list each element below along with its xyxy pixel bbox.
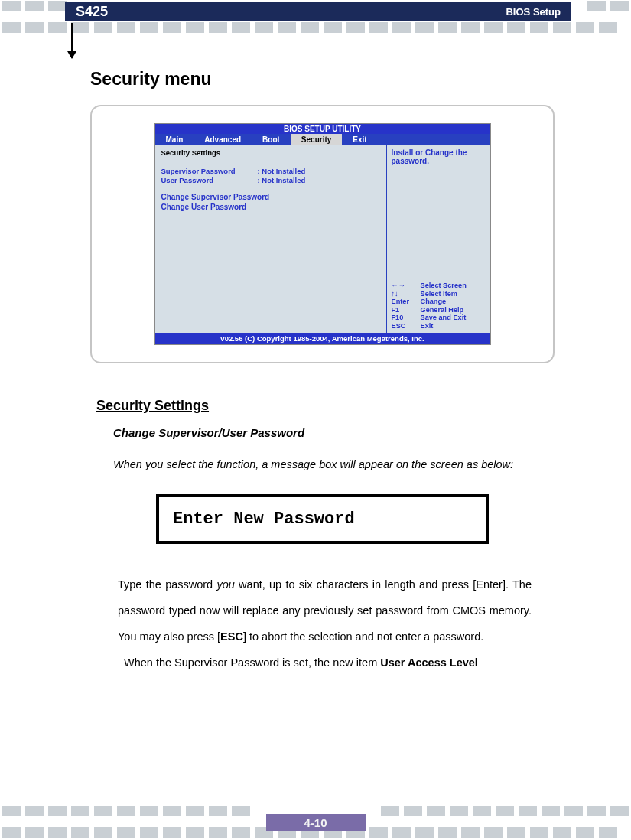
bios-action: Exit [421, 322, 434, 330]
bios-link-change-user[interactable]: Change User Password [161, 203, 380, 211]
bios-row-value: : Not Installed [258, 176, 306, 184]
bios-key: Enter [392, 298, 416, 305]
bios-action: Change [421, 298, 447, 305]
model-label: S425 [76, 4, 108, 20]
bios-row-label: Supervisor Password [161, 167, 253, 175]
bios-footer: v02.56 (C) Copyright 1985-2004, American… [155, 333, 490, 344]
bios-tab-advanced[interactable]: Advanced [194, 134, 252, 145]
bios-tab-bar: Main Advanced Boot Security Exit [155, 134, 490, 145]
bios-tab-security[interactable]: Security [291, 134, 342, 145]
enter-password-box: Enter New Password [156, 494, 489, 544]
bios-tab-exit[interactable]: Exit [342, 134, 377, 145]
bios-key: ←→ [392, 282, 416, 289]
bios-right-panel: Install or Change the password. ←→Select… [387, 145, 490, 333]
bios-action: Select Item [421, 290, 458, 298]
arrow-down-icon [71, 23, 73, 58]
bios-key: F10 [392, 314, 416, 321]
page-title: Security menu [90, 69, 555, 90]
section-heading-security-settings: Security Settings [96, 398, 555, 414]
subsection-heading-change-password: Change Supervisor/User Password [113, 426, 555, 439]
bios-title-bar: BIOS SETUP UTILITY [155, 124, 490, 134]
bios-action: General Help [421, 306, 464, 314]
bios-tab-main[interactable]: Main [155, 134, 194, 145]
bios-row-supervisor: Supervisor Password : Not Installed [161, 167, 380, 175]
page-number: 4-10 [266, 814, 366, 831]
bios-setup-screen: BIOS SETUP UTILITY Main Advanced Boot Se… [154, 123, 491, 345]
body-paragraph-2: When the Supervisor Password is set, the… [124, 650, 532, 676]
bios-row-user: User Password : Not Installed [161, 176, 380, 184]
bios-action: Save and Exit [421, 314, 467, 321]
bios-section-title: Security Settings [161, 148, 380, 157]
bios-key: ESC [392, 322, 416, 330]
bios-help-text: Install or Change the password. [392, 148, 486, 165]
bios-action: Select Screen [421, 282, 467, 289]
bios-key: F1 [392, 306, 416, 314]
bios-nav-help: ←→Select Screen ↑↓Select Item EnterChang… [392, 282, 486, 330]
bios-row-value: : Not Installed [258, 167, 306, 175]
page-header: S425 BIOS Setup [65, 2, 571, 21]
bios-left-panel: Security Settings Supervisor Password : … [155, 145, 387, 333]
body-paragraph-1: Type the password you want, up to six ch… [118, 571, 532, 650]
intro-paragraph: When you select the function, a message … [113, 451, 532, 477]
section-label: BIOS Setup [506, 6, 561, 18]
bios-row-label: User Password [161, 176, 253, 184]
bios-key: ↑↓ [392, 290, 416, 298]
bios-screenshot-frame: BIOS SETUP UTILITY Main Advanced Boot Se… [90, 105, 555, 363]
bios-link-change-supervisor[interactable]: Change Supervisor Password [161, 193, 380, 201]
bios-tab-boot[interactable]: Boot [252, 134, 291, 145]
